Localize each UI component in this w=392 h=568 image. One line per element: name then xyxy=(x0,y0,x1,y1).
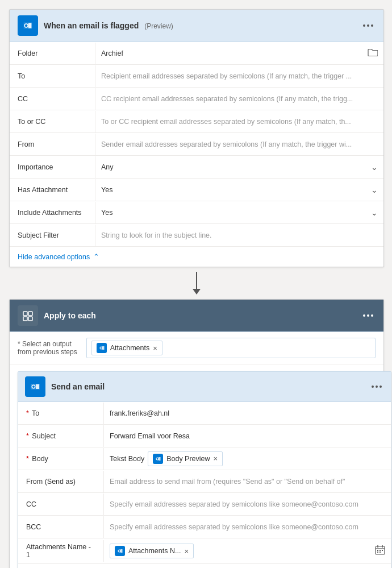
send-cc-row: CC Specify email addresses separated by … xyxy=(18,493,391,516)
select-output-field[interactable]: Attachments × xyxy=(86,338,376,358)
send-bcc-label: BCC xyxy=(18,519,103,536)
has-attachment-field[interactable]: Yes ⌄ xyxy=(95,179,383,201)
calendar-icon xyxy=(375,545,385,557)
send-email-header: Send an email xyxy=(18,372,391,402)
folder-label: Folder xyxy=(10,45,95,62)
attachments-name-chip-label: Attachments N... xyxy=(128,547,181,555)
body-field-content: Tekst Body xyxy=(110,451,223,466)
send-to-field[interactable]: frank.freriks@ah.nl xyxy=(103,403,391,424)
from-label: From xyxy=(10,136,95,153)
send-subject-label: * Subject xyxy=(18,428,103,445)
cc-placeholder: CC recipient email addresses separated b… xyxy=(101,95,353,103)
send-bcc-row: BCC Specify email addresses separated by… xyxy=(18,516,391,538)
apply-to-each-menu[interactable] xyxy=(361,313,376,318)
trigger-card-title: When an email is flagged (Preview) xyxy=(44,21,361,30)
svg-point-10 xyxy=(100,347,102,349)
send-from-label: From (Send as) xyxy=(18,473,103,490)
cc-label: CC xyxy=(10,90,95,107)
importance-value: Any xyxy=(101,163,114,171)
cc-field[interactable]: CC recipient email addresses separated b… xyxy=(95,88,383,110)
attachments-name-chip-close[interactable]: × xyxy=(184,548,189,555)
folder-icon xyxy=(368,48,378,59)
from-field[interactable]: Sender email addresses separated by semi… xyxy=(95,134,383,155)
importance-field[interactable]: Any ⌄ xyxy=(95,156,383,178)
chip-outlook-icon xyxy=(97,343,107,353)
subject-filter-placeholder: String to look for in the subject line. xyxy=(101,231,212,239)
to-or-cc-placeholder: To or CC recipient email addresses separ… xyxy=(101,118,351,126)
arrow-head-1 xyxy=(193,289,201,295)
attachments-chip: Attachments × xyxy=(91,341,162,355)
attachments-name-field[interactable]: Attachments N... × xyxy=(103,540,391,562)
to-field[interactable]: Recipient email addresses separated by s… xyxy=(95,65,383,87)
subject-filter-row: Subject Filter String to look for in the… xyxy=(10,224,383,247)
has-attachment-row: Has Attachment Yes ⌄ xyxy=(10,179,383,201)
attachments-chip-label: Attachments xyxy=(110,344,149,352)
to-or-cc-field[interactable]: To or CC recipient email addresses separ… xyxy=(95,111,383,132)
att-name-chip-icon xyxy=(115,546,125,556)
send-cc-label: CC xyxy=(18,496,103,513)
send-subject-row: * Subject Forward Email voor Resa xyxy=(18,425,391,447)
trigger-card-header: When an email is flagged (Preview) xyxy=(10,10,383,42)
to-or-cc-row: To or CC To or CC recipient email addres… xyxy=(10,110,383,133)
send-bcc-field[interactable]: Specify email addresses separated by sem… xyxy=(103,516,391,538)
to-placeholder: Recipient email addresses separated by s… xyxy=(101,72,352,80)
attachments-content-label: Attachments Content -1 xyxy=(18,564,103,568)
send-email-body: * To frank.freriks@ah.nl * Subject Forwa… xyxy=(18,402,391,568)
arrow-connector-1 xyxy=(193,267,201,299)
attachments-name-row: Attachments Name - 1 xyxy=(18,538,391,564)
send-subject-value: Forward Email voor Resa xyxy=(110,432,190,440)
svg-rect-19 xyxy=(159,457,161,461)
to-or-cc-label: To or CC xyxy=(10,113,95,130)
cc-row: CC CC recipient email addresses separate… xyxy=(10,88,383,110)
from-placeholder: Sender email addresses separated by semi… xyxy=(101,140,352,148)
subject-filter-field[interactable]: String to look for in the subject line. xyxy=(95,225,383,246)
send-from-field[interactable]: Email address to send mail from (require… xyxy=(103,471,391,492)
include-attachments-label: Include Attachments xyxy=(10,204,95,221)
body-text-prefix: Tekst Body xyxy=(110,455,144,463)
send-to-row: * To frank.freriks@ah.nl xyxy=(18,402,391,425)
send-email-menu[interactable] xyxy=(369,384,384,389)
select-output-label: * Select an output from previous steps xyxy=(18,338,77,356)
trigger-card-body: Folder Archief To Recipient email addres… xyxy=(10,42,383,267)
include-attachments-arrow-icon: ⌄ xyxy=(371,208,378,217)
apply-to-each-icon xyxy=(18,305,38,326)
trigger-card-menu[interactable] xyxy=(361,23,376,28)
svg-rect-31 xyxy=(377,552,378,553)
send-cc-field[interactable]: Specify email addresses separated by sem… xyxy=(103,494,391,515)
include-attachments-value: Yes xyxy=(101,209,112,217)
send-body-field[interactable]: Tekst Body xyxy=(103,448,391,470)
include-attachments-field[interactable]: Yes ⌄ xyxy=(95,202,383,223)
send-from-row: From (Send as) Email address to send mai… xyxy=(18,470,391,493)
trigger-title-text: When an email is flagged xyxy=(44,21,139,30)
body-preview-chip-close[interactable]: × xyxy=(214,455,218,462)
chevron-up-icon: ⌃ xyxy=(93,252,99,261)
send-email-card: Send an email * To frank.freriks@ah.nl xyxy=(18,371,391,568)
subject-filter-label: Subject Filter xyxy=(10,227,95,244)
send-bcc-placeholder: Specify email addresses separated by sem… xyxy=(110,523,358,531)
body-chip-outlook-icon xyxy=(153,454,163,464)
send-to-label: * To xyxy=(18,405,103,422)
folder-field[interactable]: Archief xyxy=(95,43,383,64)
svg-rect-29 xyxy=(380,550,381,551)
send-cc-placeholder: Specify email addresses separated by sem… xyxy=(110,500,358,508)
svg-rect-15 xyxy=(36,384,39,389)
attachments-name-label: Attachments Name - 1 xyxy=(18,538,103,563)
has-attachment-label: Has Attachment xyxy=(10,181,95,198)
hide-advanced-options[interactable]: Hide advanced options ⌃ xyxy=(10,247,383,267)
svg-rect-23 xyxy=(120,549,123,553)
trigger-preview-label: (Preview) xyxy=(144,22,173,30)
select-output-row: * Select an output from previous steps A… xyxy=(10,332,383,364)
svg-point-22 xyxy=(119,550,120,552)
importance-arrow-icon: ⌄ xyxy=(371,163,378,172)
send-subject-field[interactable]: Forward Email voor Resa xyxy=(103,425,391,447)
attachments-content-row: Attachments Content -1 xyxy=(18,564,391,568)
arrow-line-1 xyxy=(196,272,197,289)
send-to-value: frank.freriks@ah.nl xyxy=(110,409,169,417)
apply-to-each-title: Apply to each xyxy=(44,311,361,320)
has-attachment-arrow-icon: ⌄ xyxy=(371,185,378,194)
attachments-chip-close[interactable]: × xyxy=(153,345,157,352)
folder-row: Folder Archief xyxy=(10,42,383,65)
importance-label: Importance xyxy=(10,159,95,176)
hide-advanced-label: Hide advanced options xyxy=(18,253,90,261)
svg-rect-28 xyxy=(377,550,378,551)
